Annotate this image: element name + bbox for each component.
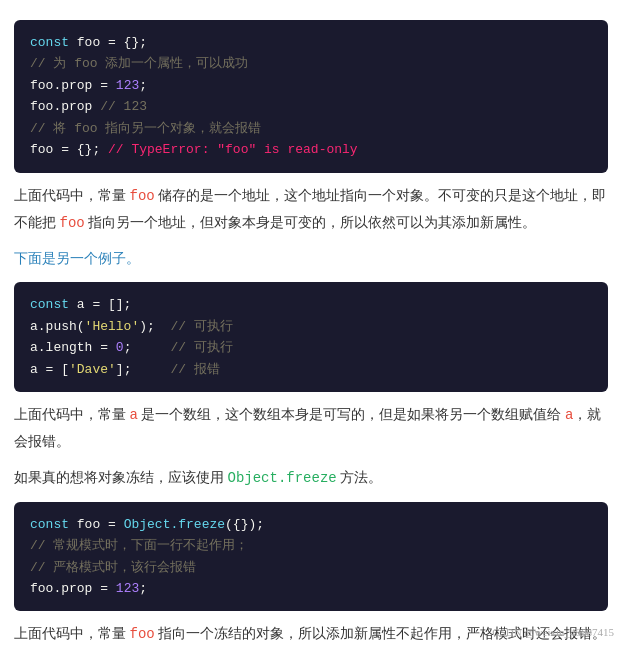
watermark: CSDN @weixin_48687415 <box>492 626 614 638</box>
code-line: a = ['Dave']; // 报错 <box>30 359 592 380</box>
section-title: 下面是另一个例子。 <box>14 246 608 272</box>
code-line: foo = {}; // TypeError: "foo" is read-on… <box>30 139 592 160</box>
code-line: a.push('Hello'); // 可执行 <box>30 316 592 337</box>
code-line: // 常规模式时，下面一行不起作用； <box>30 535 592 556</box>
code-line: const a = []; <box>30 294 592 315</box>
code-line: foo.prop = 123; <box>30 75 592 96</box>
code-line: // 将 foo 指向另一个对象，就会报错 <box>30 118 592 139</box>
code-block: const foo = {};// 为 foo 添加一个属性，可以成功foo.p… <box>14 20 608 173</box>
text-paragraph: 如果真的想将对象冻结，应该使用 Object.freeze 方法。 <box>14 465 608 492</box>
code-block: const a = [];a.push('Hello'); // 可执行a.le… <box>14 282 608 392</box>
code-line: foo.prop // 123 <box>30 96 592 117</box>
code-line: // 严格模式时，该行会报错 <box>30 557 592 578</box>
code-line: const foo = {}; <box>30 32 592 53</box>
text-paragraph: 上面代码中，常量 foo 储存的是一个地址，这个地址指向一个对象。不可变的只是这… <box>14 183 608 237</box>
text-paragraph: 上面代码中，常量 a 是一个数组，这个数组本身是可写的，但是如果将另一个数组赋值… <box>14 402 608 455</box>
code-line: foo.prop = 123; <box>30 578 592 599</box>
code-block: const foo = Object.freeze({});// 常规模式时，下… <box>14 502 608 612</box>
code-line: const foo = Object.freeze({}); <box>30 514 592 535</box>
code-line: a.length = 0; // 可执行 <box>30 337 592 358</box>
code-line: // 为 foo 添加一个属性，可以成功 <box>30 53 592 74</box>
article-container: const foo = {};// 为 foo 添加一个属性，可以成功foo.p… <box>14 20 608 646</box>
